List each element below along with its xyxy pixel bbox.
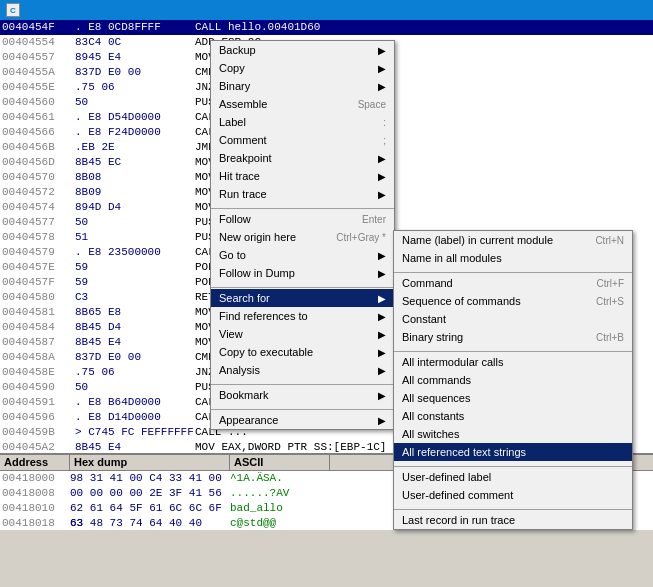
bottom-addr: 00418000 — [0, 471, 70, 486]
disasm-hex: 8B09 — [75, 185, 195, 200]
disasm-hex: 8B45 E4 — [75, 335, 195, 350]
disasm-addr: 00404554 — [0, 35, 75, 50]
disasm-asm: POP ECX — [195, 260, 653, 275]
app-icon: C — [6, 3, 20, 17]
disasm-asm: PUSH EAX — [195, 215, 653, 230]
disasm-row[interactable]: 0040459B> C745 FC FEFFFFFFCALL ... — [0, 425, 653, 440]
disasm-hex: 8B65 E8 — [75, 305, 195, 320]
disasm-row[interactable]: 004045708B08MOV ECX,DWORD PTR DS:[EAX] — [0, 170, 653, 185]
disasm-row[interactable]: 0040459050PUSH EAX — [0, 380, 653, 395]
disasm-row[interactable]: 004045878B45 E4MOV EAX,DWORD PTR SS:[EBP… — [0, 335, 653, 350]
disasm-asm: MOV ECX,DWORD PTR DS:[ECX] — [195, 185, 653, 200]
disasm-row[interactable]: 0040456050PUSH EAX — [0, 95, 653, 110]
disasm-row[interactable]: 004045578945 E4MOV DWORD PTR SS:[EBP-1C]… — [0, 50, 653, 65]
disasm-row[interactable]: 00404591. E8 B64D0000CALL hello.0040924C — [0, 395, 653, 410]
disasm-hex: . E8 0CD8FFFF — [75, 20, 195, 35]
disasm-hex: 8B45 E4 — [75, 440, 195, 453]
disasm-asm: MOV EAX,DWORD PTR SS:[EBP-1C] — [195, 335, 653, 350]
disasm-row[interactable]: 0040456B.EB 2EJMP SHORT hello.0040459B — [0, 140, 653, 155]
bottom-addr: 00418010 — [0, 501, 70, 516]
disasm-asm: PUSH EAX — [195, 95, 653, 110]
disasm-row[interactable]: 0040457750PUSH EAX — [0, 215, 653, 230]
disasm-hex: .75 06 — [75, 80, 195, 95]
disasm-addr: 004045A2 — [0, 440, 75, 453]
disasm-row[interactable]: 00404596. E8 D14D0000CALL hello.0040926C — [0, 410, 653, 425]
disasm-asm: RETN — [195, 290, 653, 305]
bottom-rows: 0041800098 31 41 00 C4 33 41 00^1A.ÄSA.0… — [0, 471, 653, 530]
disasm-row[interactable]: 00404574894D D4MOV DWORD PTR SS:[EBP-2C]… — [0, 200, 653, 215]
disasm-asm: MOV EAX,DWORD PTR SS:[EBP-14] — [195, 155, 653, 170]
disasm-row[interactable]: 004045818B65 E8MOV ESP,DWORD PTR SS:[EBP… — [0, 305, 653, 320]
disasm-addr: 00404570 — [0, 170, 75, 185]
disasm-row[interactable]: 0040456D8B45 ECMOV EAX,DWORD PTR SS:[EBP… — [0, 155, 653, 170]
disasm-hex: .75 06 — [75, 365, 195, 380]
disasm-asm: CMP DWORD PTR SS:[EBP-20],0 — [195, 350, 653, 365]
disasm-asm: MOV EAX,DWORD PTR SS:[EBP-1C] — [195, 440, 653, 453]
disasm-hex: 837D E0 00 — [75, 350, 195, 365]
disasm-asm: CALL hello.004092BB — [195, 110, 653, 125]
disasm-addr: 00404572 — [0, 185, 75, 200]
disasm-addr: 00404561 — [0, 110, 75, 125]
disasm-addr: 0040457F — [0, 275, 75, 290]
disasm-row[interactable]: 00404566. E8 F24D0000CALL hello.004092BD — [0, 125, 653, 140]
disasm-hex: 837D E0 00 — [75, 65, 195, 80]
bottom-addr: 00418008 — [0, 486, 70, 501]
title-bar: C — [0, 0, 653, 20]
bottom-col-ascii: ASCII — [230, 455, 330, 470]
disasm-hex: 8B45 D4 — [75, 320, 195, 335]
disasm-row[interactable]: 0040457F59POP ECX — [0, 275, 653, 290]
bottom-ascii: ......?AV — [230, 486, 289, 501]
disasm-row[interactable]: 0040457851PUSH ECX — [0, 230, 653, 245]
bottom-ascii: c@std@@ — [230, 516, 276, 530]
disasm-row[interactable]: 004045848B45 D4MOV EAX,DWORD PTR SS:[EBP… — [0, 320, 653, 335]
disasm-addr: 00404584 — [0, 320, 75, 335]
disasm-row[interactable]: 0040458A837D E0 00CMP DWORD PTR SS:[EBP-… — [0, 350, 653, 365]
disasm-hex: 50 — [75, 380, 195, 395]
disasm-row[interactable]: 0040454F. E8 0CD8FFFFCALL hello.00401D60 — [0, 20, 653, 35]
disasm-hex: 83C4 0C — [75, 35, 195, 50]
disasm-row[interactable]: 0040458E.75 06JNZ SHORT hello.00404596 — [0, 365, 653, 380]
disasm-row[interactable]: 00404579. E8 23500000CALL hello.004095A1 — [0, 245, 653, 260]
disasm-row[interactable]: 004045A28B45 E4MOV EAX,DWORD PTR SS:[EBP… — [0, 440, 653, 453]
disasm-hex: 50 — [75, 95, 195, 110]
disasm-addr: 00404557 — [0, 50, 75, 65]
disasm-hex: > C745 FC FEFFFFFF — [75, 425, 195, 440]
disasm-asm: JMP SHORT hello.0040459B — [195, 140, 653, 155]
disasm-addr: 00404581 — [0, 305, 75, 320]
disasm-row[interactable]: 00404561. E8 D54D0000CALL hello.004092BB — [0, 110, 653, 125]
bottom-addr: 00418018 — [0, 516, 70, 530]
disasm-area[interactable]: 0040454F. E8 0CD8FFFFCALL hello.00401D60… — [0, 20, 653, 453]
disasm-row[interactable]: 004045728B09MOV ECX,DWORD PTR DS:[ECX] — [0, 185, 653, 200]
disasm-asm: ADD ESP,0C — [195, 35, 653, 50]
disasm-addr: 00404574 — [0, 200, 75, 215]
main-window: C 0040454F. E8 0CD8FFFFCALL hello.00401D… — [0, 0, 653, 530]
disasm-row[interactable]: 0040455E.75 06JNZ SHORT hello.00404566 — [0, 80, 653, 95]
bottom-data-row: 0041801863 48 73 74 64 40 40c@std@@ — [0, 516, 653, 530]
disasm-row[interactable]: 00404580C3RETN — [0, 290, 653, 305]
disasm-asm: MOV ESP,DWORD PTR SS:[EBP-18] — [195, 305, 653, 320]
bottom-hex: 98 31 41 00 C4 33 41 00 — [70, 471, 230, 486]
disasm-addr: 00404590 — [0, 380, 75, 395]
disasm-hex: 8B08 — [75, 170, 195, 185]
disasm-hex: 8B45 EC — [75, 155, 195, 170]
bottom-ascii: bad_allo — [230, 501, 283, 516]
disasm-asm: PUSH ECX — [195, 230, 653, 245]
disasm-asm: CALL hello.00401D60 — [195, 20, 653, 35]
disasm-hex: C3 — [75, 290, 195, 305]
disasm-row[interactable]: 0040455483C4 0CADD ESP,0C — [0, 35, 653, 50]
disasm-row[interactable]: 0040455A837D E0 00CMP DWORD PTR SS:[EBP-… — [0, 65, 653, 80]
bottom-data-row: 0041800800 00 00 00 2E 3F 41 56......?AV — [0, 486, 653, 501]
disasm-hex: . E8 F24D0000 — [75, 125, 195, 140]
disasm-asm: CALL hello.0040926C — [195, 410, 653, 425]
disasm-addr: 0040454F — [0, 20, 75, 35]
disasm-addr: 00404578 — [0, 230, 75, 245]
bottom-hex: 00 00 00 00 2E 3F 41 56 — [70, 486, 230, 501]
disasm-row[interactable]: 0040457E59POP ECX — [0, 260, 653, 275]
disasm-asm: JNZ SHORT hello.00404596 — [195, 365, 653, 380]
disasm-hex: . E8 B64D0000 — [75, 395, 195, 410]
disasm-addr: 0040459B — [0, 425, 75, 440]
disasm-asm: MOV EAX,DWORD PTR SS:[EBP-2C] — [195, 320, 653, 335]
disasm-addr: 00404579 — [0, 245, 75, 260]
disasm-asm: CALL hello.004095A1 — [195, 245, 653, 260]
disasm-hex: 51 — [75, 230, 195, 245]
